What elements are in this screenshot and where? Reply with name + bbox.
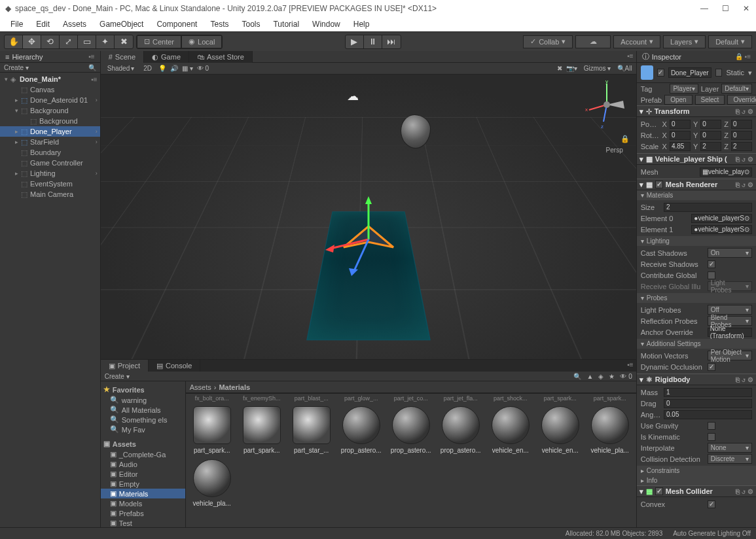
asset-name-truncated[interactable]: part_blast_... — [287, 395, 336, 402]
chevron-down-icon[interactable]: ▾ — [748, 69, 752, 77]
dynamic-occlusion-checkbox[interactable] — [708, 363, 715, 371]
asset-store-tab[interactable]: 🛍Asset Store — [189, 51, 253, 63]
menu-window[interactable]: Window — [306, 20, 347, 29]
search-input[interactable]: 🔍 — [88, 64, 96, 71]
favorite-item[interactable]: 🔍My Fav — [101, 425, 185, 434]
folder-item[interactable]: ▣Editor — [101, 469, 185, 479]
expand-toggle[interactable]: ▸ — [13, 139, 20, 145]
folder-item[interactable]: ▣Prefabs — [101, 508, 185, 518]
interpolate-dropdown[interactable]: None▾ — [708, 443, 752, 453]
static-checkbox[interactable] — [715, 69, 723, 77]
favorite-item[interactable]: 🔍warning — [101, 395, 185, 405]
asset-item[interactable]: vehicle_en... — [488, 406, 533, 454]
materials-size-field[interactable] — [664, 203, 752, 212]
contribute-gi-checkbox[interactable] — [708, 271, 715, 279]
motion-vectors-dropdown[interactable]: Per Object Motion▾ — [708, 351, 752, 360]
asset-item[interactable]: prop_astero... — [339, 406, 384, 454]
cast-shadows-dropdown[interactable]: On▾ — [708, 248, 752, 258]
menu-tests[interactable]: Tests — [204, 20, 235, 29]
hidden-count-icon[interactable]: 👁 0 — [197, 65, 209, 72]
anchor-override-field[interactable]: None (Transform) — [708, 328, 752, 337]
meshcollider-component-header[interactable]: ▾ ▦ Mesh Collider⎘ ↺ ⚙ — [637, 485, 756, 497]
player-ship-gizmo[interactable] — [323, 194, 414, 285]
collision-detection-dropdown[interactable]: Discrete▾ — [708, 454, 752, 464]
hierarchy-item[interactable]: ▸⬚StarField› — [0, 137, 100, 147]
mass-field[interactable] — [664, 388, 752, 397]
hierarchy-item[interactable]: ▸⬚Done_Asteroid 01› — [0, 95, 100, 105]
minimize-button[interactable]: — — [700, 4, 709, 13]
expand-toggle[interactable]: ▸ — [13, 170, 20, 177]
angular-drag-field[interactable] — [664, 410, 752, 419]
rect-tool-button[interactable]: ▭ — [78, 35, 96, 48]
breadcrumb-assets[interactable]: Assets — [190, 383, 211, 391]
asset-name-truncated[interactable]: part_shock... — [486, 395, 535, 402]
rigidbody-component-header[interactable]: ▾ ⚛ Rigidbody⎘ ↺ ⚙ — [637, 374, 756, 385]
layers-dropdown[interactable]: Layers▾ — [663, 35, 706, 48]
tag-dropdown[interactable]: Player▾ — [670, 84, 698, 94]
account-dropdown[interactable]: Account▾ — [613, 35, 660, 48]
layout-dropdown[interactable]: Default▾ — [708, 35, 752, 48]
asset-item[interactable]: vehicle_pla... — [588, 406, 632, 454]
asset-item[interactable]: vehicle_en... — [538, 406, 583, 454]
prefab-select-button[interactable]: Select — [695, 95, 725, 105]
menu-gameobject[interactable]: GameObject — [93, 20, 150, 29]
info-section[interactable]: ▸ Info — [637, 476, 756, 485]
tools-icon[interactable]: ✖ — [557, 65, 562, 72]
lighting-section[interactable]: ▾ Lighting — [637, 236, 756, 246]
hand-tool-button[interactable]: ✋ — [5, 35, 23, 48]
panel-menu-icon[interactable]: ▪≡ — [624, 51, 636, 62]
asset-item[interactable]: prop_astero... — [389, 406, 433, 454]
asset-name-truncated[interactable]: part_spark... — [535, 395, 585, 402]
asset-name-truncated[interactable]: part_jet_fla... — [436, 395, 486, 402]
expand-toggle[interactable]: ▸ — [13, 97, 20, 103]
custom-tool-button[interactable]: ✖ — [115, 35, 133, 48]
asset-name-truncated[interactable]: part_spark... — [585, 395, 635, 402]
menu-file[interactable]: File — [4, 20, 29, 29]
create-dropdown[interactable]: Create ▾ — [4, 64, 29, 71]
folder-item[interactable]: ▣Materials — [101, 489, 185, 498]
drag-field[interactable] — [664, 399, 752, 408]
play-button[interactable]: ▶ — [346, 35, 364, 48]
is-kinematic-checkbox[interactable] — [708, 433, 715, 441]
additional-section[interactable]: ▾ Additional Settings — [637, 339, 756, 349]
folder-item[interactable]: ▣_Complete-Ga — [101, 449, 185, 459]
asset-item[interactable]: prop_astero... — [439, 406, 483, 454]
camera-icon[interactable]: 📷▾ — [566, 65, 577, 72]
use-gravity-checkbox[interactable] — [708, 422, 715, 430]
project-tab[interactable]: ▣Project — [101, 360, 149, 372]
mesh-field[interactable]: ▦ vehicle_play ⊙ — [700, 167, 752, 177]
asset-name-truncated[interactable]: part_jet_co... — [386, 395, 436, 402]
active-checkbox[interactable] — [657, 69, 664, 77]
rot-z-field[interactable] — [731, 131, 752, 140]
cloud-button[interactable]: ☁ — [575, 35, 611, 48]
folder-item[interactable]: ▣Audio — [101, 459, 185, 469]
hierarchy-item[interactable]: ⬚Main Camera — [0, 189, 100, 200]
scene-row[interactable]: ▾ ◈ Done_Main* ▪≡ — [0, 74, 100, 84]
statusbar-lighting[interactable]: Auto Generate Lighting Off — [673, 530, 751, 537]
orientation-gizmo[interactable]: y x z — [584, 78, 630, 131]
pivot-local-button[interactable]: ◉Local — [181, 35, 222, 48]
pause-button[interactable]: ⏸ — [364, 35, 382, 48]
inspector-tab[interactable]: ⓘ Inspector 🔒 ▪≡ — [637, 51, 756, 63]
audio-icon[interactable]: 🔊 — [170, 65, 178, 72]
chevron-right-icon[interactable]: › — [96, 139, 98, 145]
component-menu-icon[interactable]: ⎘ ↺ ⚙ — [736, 181, 753, 188]
scene-view[interactable]: y x z ☁ Persp 🔒 — [101, 75, 636, 359]
component-menu-icon[interactable]: ⎘ ↺ ⚙ — [736, 376, 753, 383]
persp-label[interactable]: Persp — [606, 147, 623, 154]
pos-z-field[interactable] — [731, 120, 752, 129]
asset-item[interactable]: part_spark... — [190, 406, 234, 454]
lock-icon[interactable]: 🔒 — [621, 135, 630, 143]
gizmos-dropdown[interactable]: Gizmos ▾ — [581, 65, 613, 72]
favorite-item[interactable]: 🔍Something els — [101, 415, 185, 425]
pos-y-field[interactable] — [700, 120, 721, 129]
filter-type-icon[interactable]: ◈ — [598, 373, 603, 380]
transform-component-header[interactable]: ▾ ⊹ Transform⎘ ↺ ⚙ — [637, 105, 756, 117]
collab-button[interactable]: ✓Collab▾ — [523, 35, 573, 48]
panel-menu-icon[interactable]: ▪≡ — [88, 53, 94, 60]
rot-x-field[interactable] — [670, 131, 691, 140]
asset-name-truncated[interactable]: fx_enemySh... — [237, 395, 287, 402]
hierarchy-item[interactable]: ▸⬚Lighting› — [0, 168, 100, 179]
asset-item[interactable]: part_spark... — [240, 406, 284, 454]
component-menu-icon[interactable]: ⎘ ↺ ⚙ — [736, 156, 753, 163]
